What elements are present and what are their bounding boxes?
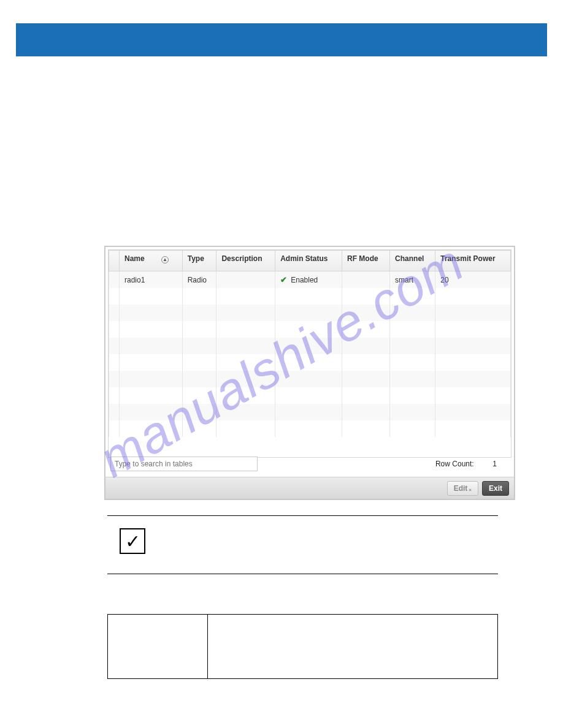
cell-rf-mode xyxy=(342,271,390,289)
radio-table-panel: Name ▲ Type Description Admin Status RF … xyxy=(104,246,515,500)
description-table xyxy=(107,614,498,679)
sort-asc-icon[interactable]: ▲ xyxy=(161,256,169,264)
col-name[interactable]: Name ▲ xyxy=(120,251,183,271)
row-count-value: 1 xyxy=(482,460,497,468)
note-icon-box: ✓ xyxy=(120,528,145,554)
cell-name: radio1 xyxy=(120,271,183,289)
table-row xyxy=(109,404,511,420)
cell-channel: smart xyxy=(390,271,435,289)
cell-admin-status: ✔Enabled xyxy=(275,271,342,289)
cell-transmit-power: 20 xyxy=(435,271,511,289)
col-admin-status[interactable]: Admin Status xyxy=(275,251,342,271)
cell-type: Radio xyxy=(182,271,216,289)
search-input[interactable] xyxy=(110,457,258,471)
col-rf-mode-label: RF Mode xyxy=(347,254,378,263)
edit-button-label: Edit xyxy=(454,484,468,493)
dropdown-icon: × xyxy=(469,487,472,493)
col-channel[interactable]: Channel xyxy=(390,251,435,271)
header-bar xyxy=(16,23,547,56)
cell-description xyxy=(216,271,275,289)
col-channel-label: Channel xyxy=(395,254,424,263)
col-description[interactable]: Description xyxy=(216,251,275,271)
row-selector[interactable] xyxy=(109,271,120,289)
col-name-label: Name xyxy=(124,254,145,263)
check-icon: ✓ xyxy=(125,531,140,552)
table-row xyxy=(109,387,511,404)
check-icon: ✔ xyxy=(280,275,287,284)
radio-table-scroll: Name ▲ Type Description Admin Status RF … xyxy=(108,249,511,458)
row-count: Row Count: 1 xyxy=(435,460,509,468)
col-transmit-power[interactable]: Transmit Power xyxy=(435,251,511,271)
col-rf-mode[interactable]: RF Mode xyxy=(342,251,390,271)
table-row xyxy=(109,354,511,371)
col-admin-status-label: Admin Status xyxy=(280,254,327,263)
table-row xyxy=(109,305,511,321)
exit-button[interactable]: Exit xyxy=(482,481,509,496)
col-type-label: Type xyxy=(188,254,204,263)
table-header-row: Name ▲ Type Description Admin Status RF … xyxy=(109,251,511,271)
edit-button[interactable]: Edit× xyxy=(447,481,478,496)
table-row xyxy=(109,338,511,354)
col-transmit-power-label: Transmit Power xyxy=(440,254,495,263)
divider xyxy=(107,574,498,574)
table-footer: Row Count: 1 xyxy=(110,455,509,473)
radio-interfaces-table: Name ▲ Type Description Admin Status RF … xyxy=(109,250,511,437)
row-count-label: Row Count: xyxy=(435,460,474,468)
col-type[interactable]: Type xyxy=(182,251,216,271)
note-row: ✓ xyxy=(120,528,488,554)
action-bar: Edit× Exit xyxy=(105,477,514,499)
admin-status-text: Enabled xyxy=(291,276,318,284)
table-row xyxy=(109,420,511,437)
table-row xyxy=(109,321,511,338)
select-col-header xyxy=(109,251,120,271)
exit-button-label: Exit xyxy=(489,484,502,493)
table-row xyxy=(109,288,511,305)
table-row xyxy=(109,371,511,387)
divider xyxy=(107,515,498,516)
table-divider xyxy=(207,615,208,678)
col-description-label: Description xyxy=(221,254,262,263)
table-row[interactable]: radio1 Radio ✔Enabled smart 20 xyxy=(109,271,511,289)
